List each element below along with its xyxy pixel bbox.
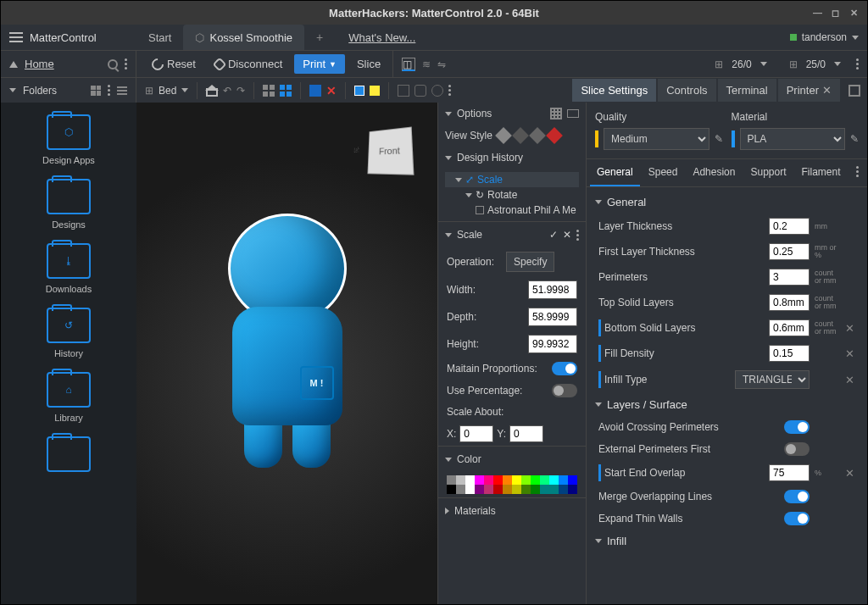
undo-button[interactable]: ↶ (223, 85, 231, 97)
gentab-general[interactable]: General (590, 159, 640, 186)
avoid-crossing-toggle[interactable] (784, 420, 810, 434)
infill-type-reset[interactable]: ✕ (845, 374, 855, 386)
stat1-dropdown[interactable] (760, 62, 767, 66)
color-swatch[interactable] (493, 485, 503, 494)
mirror-button[interactable]: ⇋ (437, 58, 446, 70)
viewstyle-1[interactable] (495, 127, 512, 144)
color-swatch[interactable] (465, 475, 475, 485)
minimize-button[interactable]: — (813, 8, 823, 18)
folders-grid-icon[interactable] (91, 86, 101, 96)
color-swatch[interactable] (559, 475, 568, 485)
panel-maximize-icon[interactable] (849, 85, 860, 97)
infill-type-select[interactable]: TRIANGLES (735, 370, 810, 389)
quality-edit-icon[interactable]: ✎ (715, 133, 723, 145)
gentab-adhesion[interactable]: Adhesion (686, 159, 742, 186)
width-input[interactable] (528, 280, 577, 299)
home-icon[interactable] (206, 85, 218, 97)
shape-sphere[interactable] (431, 85, 443, 97)
yellow-tool[interactable] (370, 86, 380, 96)
viewstyle-2[interactable] (512, 127, 529, 144)
material-edit-icon[interactable]: ✎ (850, 133, 859, 145)
up-icon[interactable] (9, 61, 18, 68)
options-grid-icon[interactable] (550, 108, 562, 119)
materials-collapse[interactable] (445, 508, 449, 514)
redo-button[interactable]: ↷ (236, 85, 245, 97)
tab-slice-settings[interactable]: Slice Settings (572, 79, 656, 102)
folders-chevron[interactable] (9, 88, 16, 92)
scale-y-input[interactable] (509, 425, 543, 442)
perimeters-input[interactable] (769, 269, 810, 286)
color-swatch[interactable] (540, 475, 549, 485)
start-end-input[interactable] (769, 464, 810, 481)
external-first-toggle[interactable] (784, 442, 810, 456)
sidebar-item-designs[interactable]: Designs (1, 172, 136, 236)
align-icon[interactable] (309, 85, 321, 97)
color-swatch[interactable] (549, 485, 559, 494)
fill-density-input[interactable] (769, 345, 810, 362)
user-name[interactable]: tanderson (802, 31, 847, 43)
options-collapse[interactable] (445, 112, 452, 116)
color-swatch[interactable] (503, 475, 512, 485)
merge-toggle[interactable] (784, 490, 810, 503)
tab-printer[interactable]: ⬡Kossel Smoothie (183, 25, 304, 50)
color-swatch[interactable] (456, 485, 465, 494)
tab-add[interactable]: + (304, 25, 335, 50)
search-icon[interactable] (108, 59, 118, 69)
color-swatch[interactable] (521, 485, 531, 494)
section-layers[interactable]: Layers / Surface (607, 398, 687, 411)
gentab-filament[interactable]: Filament (794, 159, 847, 186)
3d-viewport[interactable]: M ! Front (136, 103, 437, 604)
folders-label[interactable]: Folders (23, 85, 57, 97)
color-swatch[interactable] (540, 485, 549, 494)
bottom-solid-input[interactable] (769, 319, 810, 336)
tab-controls[interactable]: Controls (658, 79, 715, 102)
color-swatch[interactable] (465, 485, 475, 494)
shapes-more[interactable] (448, 85, 451, 96)
bottom-solid-reset[interactable]: ✕ (845, 322, 855, 335)
color-swatch[interactable] (447, 485, 456, 494)
user-menu-chevron[interactable] (852, 36, 859, 40)
section-general[interactable]: General (607, 196, 646, 208)
top-solid-input[interactable] (769, 294, 810, 311)
color-swatch[interactable] (531, 485, 540, 494)
model-astronaut[interactable]: M ! (203, 214, 372, 468)
tree-object[interactable]: Astronaut Phil A Me (445, 203, 579, 218)
bed-dropdown[interactable] (181, 88, 188, 92)
reset-button[interactable]: Reset (145, 54, 203, 74)
first-layer-input[interactable] (769, 243, 810, 260)
delete-icon[interactable]: ✕ (326, 84, 337, 97)
depth-input[interactable] (528, 308, 577, 326)
tree-rotate[interactable]: ↻Rotate (445, 187, 579, 203)
color-swatch[interactable] (568, 485, 577, 494)
history-collapse[interactable] (445, 156, 452, 160)
grid-view-2[interactable] (280, 85, 292, 97)
more-icon[interactable] (125, 58, 127, 69)
color-swatch[interactable] (447, 475, 456, 485)
color-collapse[interactable] (445, 458, 452, 462)
grid-view-1[interactable] (263, 85, 275, 97)
viewstyle-4[interactable] (546, 127, 563, 144)
toolbar-more-icon[interactable] (856, 58, 859, 69)
sidebar-item-downloads[interactable]: ⭳Downloads (1, 236, 136, 301)
gentab-more[interactable] (849, 159, 865, 186)
tab-start[interactable]: Start (136, 25, 183, 50)
color-swatch[interactable] (484, 485, 493, 494)
view-3d-button[interactable]: ◫ (402, 58, 415, 71)
scale-apply[interactable]: ✓ (549, 229, 558, 241)
expand-toggle[interactable] (784, 512, 810, 525)
scale-x-input[interactable] (459, 425, 493, 442)
quality-select[interactable]: Medium (604, 128, 709, 150)
view-layers-button[interactable]: ≋ (422, 58, 431, 70)
sidebar-item-extra[interactable] (1, 430, 136, 479)
options-toggle-icon[interactable] (567, 109, 579, 118)
close-button[interactable]: ✕ (850, 8, 860, 18)
scale-collapse[interactable] (445, 233, 452, 237)
color-swatch[interactable] (456, 475, 465, 485)
tree-scale[interactable]: ⤢Scale (445, 172, 579, 187)
maximize-button[interactable]: ◻ (832, 8, 842, 18)
material-select[interactable]: PLA (740, 128, 846, 150)
whats-new-link[interactable]: What's New... (348, 31, 415, 44)
bed-label[interactable]: Bed (159, 85, 176, 97)
folders-sort-icon[interactable] (117, 86, 127, 95)
blue-tool[interactable] (354, 86, 364, 96)
